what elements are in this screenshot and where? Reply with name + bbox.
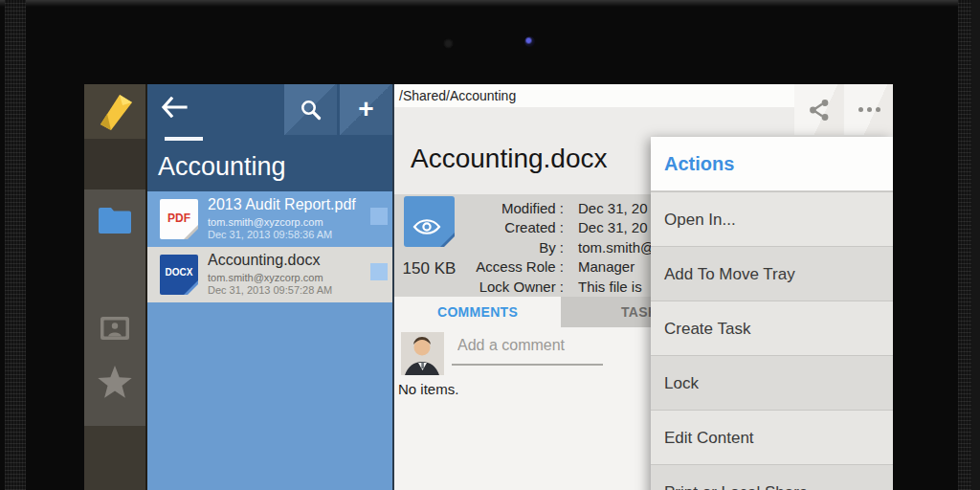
share-button[interactable] [794, 84, 843, 135]
menu-item-create-task[interactable]: Create Task [651, 301, 893, 355]
sidebar: ? [84, 84, 145, 490]
ellipsis-icon [856, 107, 882, 112]
header-indicator [165, 137, 203, 141]
tablet-device: ? + [0, 0, 980, 490]
plus-icon: + [340, 94, 392, 124]
sidebar-item-help[interactable]: ? [84, 426, 145, 490]
docx-file-icon: DOCX [160, 255, 198, 295]
detail-toolbar [794, 84, 893, 135]
file-name: 2013 Audit Report.pdf [208, 196, 356, 213]
file-checkbox[interactable] [370, 263, 388, 280]
breadcrumb: /Shared/Accounting [399, 88, 516, 103]
actions-menu-title: Actions [651, 137, 893, 191]
menu-item-print-or-local-share[interactable]: Print or Local Share [651, 464, 893, 490]
media-folder-icon[interactable] [100, 314, 130, 345]
actions-menu: Actions Open In... Add To Move Tray Crea… [651, 137, 893, 490]
empty-state-text: No items. [398, 381, 458, 397]
document-title: Accounting.docx [411, 144, 607, 174]
bezel-left-texture [5, 0, 26, 490]
file-date: Dec 31, 2013 09:57:28 AM [208, 284, 332, 296]
file-row-docx[interactable]: DOCX Accounting.docx tom.smith@xyzcorp.c… [147, 247, 392, 302]
file-row-pdf[interactable]: PDF 2013 Audit Report.pdf tom.smith@xyzc… [147, 191, 392, 247]
search-icon [300, 99, 323, 122]
file-list-panel: + Accounting PDF 2013 Audit Report.pdf t… [145, 84, 392, 490]
ambient-sensor [444, 39, 453, 48]
overflow-menu-button[interactable] [844, 84, 893, 135]
tab-comments[interactable]: COMMENTS [394, 297, 561, 327]
file-date: Dec 31, 2013 09:58:36 AM [208, 229, 332, 240]
file-checkbox[interactable] [370, 208, 388, 225]
bezel-right-edge [971, 0, 980, 490]
app-logo-icon [95, 92, 135, 136]
front-camera [524, 36, 535, 47]
sidebar-item-logo [84, 84, 145, 139]
folder-title: Accounting [158, 152, 286, 182]
sidebar-middle-group [84, 189, 145, 426]
menu-item-add-to-move-tray[interactable]: Add To Move Tray [651, 246, 893, 301]
file-owner: tom.smith@xyzcorp.com [208, 216, 323, 228]
add-comment-input[interactable] [452, 333, 603, 366]
app-screen: ? + [84, 84, 893, 490]
add-button[interactable]: + [340, 84, 392, 135]
bezel-right-texture [958, 0, 971, 490]
sidebar-item-folders[interactable] [84, 139, 145, 189]
file-name: Accounting.docx [208, 252, 320, 269]
list-toolbar: + [147, 84, 392, 135]
menu-item-edit-content[interactable]: Edit Content [651, 410, 893, 464]
file-owner: tom.smith@xyzcorp.com [208, 272, 323, 283]
bezel-top-edge [0, 0, 980, 7]
list-header: Accounting [147, 135, 392, 191]
share-icon [807, 98, 832, 122]
pdf-file-icon: PDF [160, 199, 198, 239]
menu-item-open-in[interactable]: Open In... [651, 191, 893, 246]
breadcrumb-bar: /Shared/Accounting [394, 84, 796, 107]
search-button[interactable] [284, 84, 337, 135]
menu-item-lock[interactable]: Lock [651, 355, 893, 410]
back-button[interactable] [161, 97, 195, 123]
user-avatar [401, 332, 444, 375]
favorites-star-icon[interactable] [97, 365, 133, 404]
